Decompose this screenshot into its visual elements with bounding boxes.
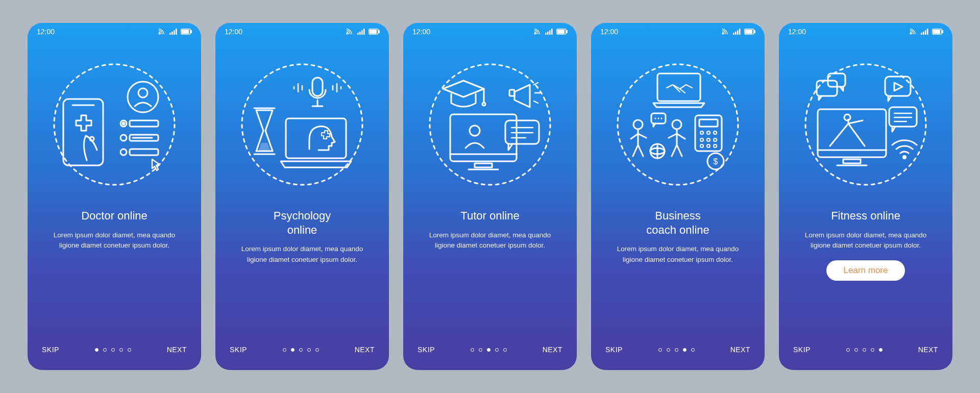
dot-2[interactable] — [863, 348, 866, 352]
dot-4[interactable] — [879, 348, 883, 352]
svg-rect-2 — [172, 32, 173, 35]
skip-button[interactable]: SKIP — [42, 346, 59, 354]
svg-point-18 — [120, 135, 127, 141]
dot-3[interactable] — [495, 348, 499, 352]
svg-point-88 — [714, 131, 717, 134]
status-bar: 12:00 — [215, 23, 389, 40]
svg-point-91 — [714, 138, 717, 141]
next-button[interactable]: NEXT — [355, 346, 375, 354]
title: Psychology online — [231, 209, 374, 237]
svg-point-65 — [722, 33, 723, 34]
status-time: 12:00 — [225, 28, 242, 36]
skip-button[interactable]: SKIP — [418, 346, 435, 354]
svg-point-76 — [672, 120, 681, 129]
next-button[interactable]: NEXT — [730, 346, 750, 354]
dot-4[interactable] — [503, 348, 507, 352]
svg-point-94 — [714, 144, 717, 148]
dot-2[interactable] — [487, 348, 491, 352]
status-time: 12:00 — [600, 28, 618, 36]
description: Lorem ipsum dolor diamet, mea quando lig… — [419, 230, 561, 252]
status-icons — [534, 29, 568, 35]
network-icon — [534, 29, 542, 35]
svg-rect-11 — [75, 114, 92, 132]
next-button[interactable]: NEXT — [167, 346, 187, 354]
dot-0[interactable] — [471, 348, 474, 352]
svg-rect-4 — [176, 29, 177, 35]
dot-1[interactable] — [479, 348, 482, 352]
illustration-business: $ — [591, 40, 765, 209]
title: Tutor online — [419, 209, 561, 223]
svg-point-60 — [470, 126, 480, 136]
svg-rect-29 — [370, 30, 377, 34]
dot-1[interactable] — [667, 348, 670, 352]
svg-point-80 — [661, 118, 663, 119]
dot-3[interactable] — [871, 348, 874, 352]
title: Business coach online — [606, 209, 749, 237]
dot-1[interactable] — [103, 348, 107, 352]
svg-rect-69 — [739, 29, 741, 35]
dot-2[interactable] — [299, 348, 303, 352]
svg-rect-98 — [921, 33, 922, 35]
svg-point-118 — [903, 156, 906, 159]
status-icons — [910, 29, 943, 35]
svg-rect-43 — [286, 118, 346, 158]
page-dots — [283, 348, 319, 352]
page-dots — [95, 348, 131, 352]
skip-button[interactable]: SKIP — [793, 346, 811, 354]
learn-more-button[interactable]: Learn more — [826, 260, 905, 281]
dot-2[interactable] — [111, 348, 115, 352]
svg-point-105 — [805, 64, 926, 185]
dot-4[interactable] — [128, 348, 131, 352]
dot-3[interactable] — [683, 348, 687, 352]
svg-rect-34 — [312, 78, 323, 96]
text-block: Fitness online Lorem ipsum dolor diamet,… — [779, 209, 952, 334]
next-button[interactable]: NEXT — [918, 346, 938, 354]
svg-rect-85 — [699, 119, 718, 127]
text-block: Psychology online Lorem ipsum dolor diam… — [215, 209, 389, 334]
battery-icon — [744, 29, 755, 35]
nav-bar: SKIP NEXT — [591, 334, 765, 370]
battery-icon — [556, 29, 568, 35]
dot-4[interactable] — [691, 348, 695, 352]
signal-icon — [357, 29, 365, 35]
dot-2[interactable] — [675, 348, 678, 352]
dot-0[interactable] — [658, 348, 662, 352]
svg-point-21 — [120, 149, 127, 155]
svg-rect-9 — [63, 99, 103, 165]
skip-button[interactable]: SKIP — [605, 346, 623, 354]
dot-1[interactable] — [854, 348, 858, 352]
status-icons — [158, 29, 192, 35]
nav-bar: SKIP NEXT — [215, 334, 389, 370]
network-icon — [910, 29, 918, 35]
svg-point-75 — [633, 120, 643, 129]
next-button[interactable]: NEXT — [543, 346, 562, 354]
illustration-doctor — [28, 40, 201, 209]
status-time: 12:00 — [412, 28, 430, 36]
dot-3[interactable] — [119, 348, 123, 352]
svg-point-92 — [700, 144, 703, 148]
title: Fitness online — [794, 209, 937, 223]
signal-icon — [733, 29, 741, 35]
page-dots — [471, 348, 507, 352]
dot-3[interactable] — [307, 348, 311, 352]
dot-4[interactable] — [315, 348, 319, 352]
dot-0[interactable] — [283, 348, 286, 352]
skip-button[interactable]: SKIP — [230, 346, 247, 354]
svg-rect-58 — [475, 163, 492, 167]
dot-1[interactable] — [291, 348, 295, 352]
status-bar: 12:00 — [591, 23, 765, 40]
svg-rect-45 — [545, 33, 547, 35]
status-icons — [722, 29, 755, 35]
svg-point-54 — [482, 103, 485, 106]
svg-rect-115 — [843, 159, 861, 163]
dot-0[interactable] — [95, 348, 99, 352]
svg-rect-25 — [359, 32, 361, 35]
status-bar: 12:00 — [779, 23, 952, 40]
svg-rect-24 — [357, 33, 359, 35]
description: Lorem ipsum dolor diamet, mea quando lig… — [606, 244, 749, 265]
svg-rect-17 — [130, 120, 158, 127]
svg-rect-3 — [174, 30, 175, 35]
svg-point-14 — [138, 88, 148, 97]
dot-0[interactable] — [846, 348, 850, 352]
svg-point-16 — [122, 122, 125, 125]
